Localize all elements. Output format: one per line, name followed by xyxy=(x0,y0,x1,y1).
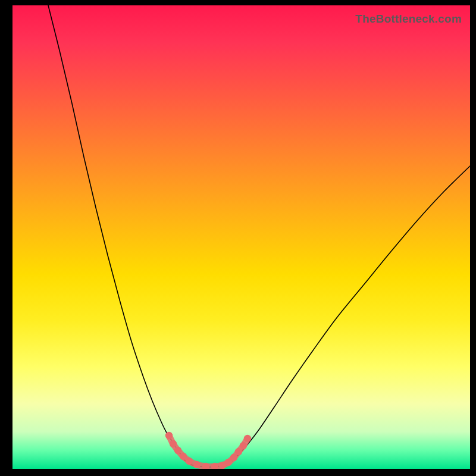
sweet-spot-dot xyxy=(244,435,251,442)
sweet-spot-dot xyxy=(180,453,187,460)
sweet-spot-dots xyxy=(165,432,251,469)
plot-area: TheBottleneck.com xyxy=(12,5,470,469)
sweet-spot-dot xyxy=(165,432,173,439)
sweet-spot-dot xyxy=(186,458,193,465)
sweet-spot-dot xyxy=(240,442,247,449)
sweet-spot-dot xyxy=(193,461,201,468)
curve-svg xyxy=(12,5,470,469)
sweet-spot-dot xyxy=(170,440,177,447)
sweet-spot-dot xyxy=(230,454,237,461)
sweet-spot-dot xyxy=(235,448,242,455)
bottleneck-curve xyxy=(48,5,470,467)
chart-frame: TheBottleneck.com xyxy=(0,0,476,476)
sweet-spot-dot xyxy=(174,447,181,454)
